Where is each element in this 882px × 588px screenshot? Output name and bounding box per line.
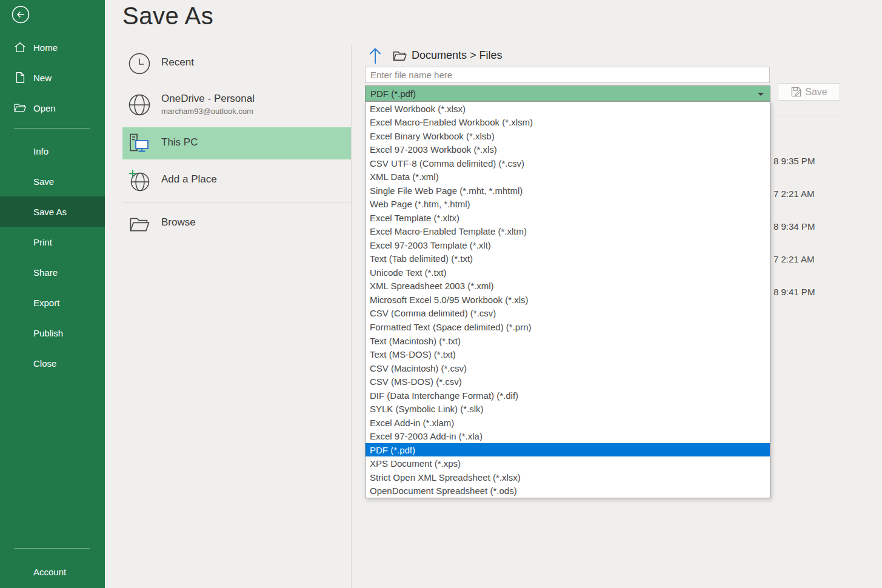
filename-input[interactable]	[365, 67, 770, 83]
location-label: Add a Place	[161, 173, 217, 185]
sidebar-item-save[interactable]: Save	[0, 166, 105, 196]
sidebar-item-close[interactable]: Close	[0, 348, 105, 378]
file-modified-time: 8 9:41 PM	[773, 287, 840, 297]
sidebar-item-new[interactable]: New	[0, 65, 105, 90]
chevron-down-icon	[758, 93, 764, 96]
filetype-option[interactable]: Text (Macintosh) (*.txt)	[366, 334, 770, 348]
filetype-dropdown-toggle[interactable]: PDF (*.pdf)	[365, 85, 770, 101]
filetype-option[interactable]: CSV (Comma delimited) (*.csv)	[366, 307, 770, 321]
filetype-option[interactable]: CSV (Macintosh) (*.csv)	[366, 361, 770, 375]
locations-divider	[122, 202, 351, 202]
filetype-option[interactable]: Web Page (*.htm, *.html)	[366, 198, 770, 212]
location-label: Recent	[161, 56, 194, 68]
sidebar-item-publish[interactable]: Publish	[0, 318, 105, 348]
sidebar-item-label: Open	[33, 103, 56, 113]
filetype-option[interactable]: CSV UTF-8 (Comma delimited) (*.csv)	[366, 156, 770, 170]
file-modified-time: 8 9:34 PM	[773, 221, 840, 232]
page-title: Save As	[122, 2, 213, 30]
globe-icon	[128, 93, 151, 116]
filetype-option[interactable]: XML Data (*.xml)	[366, 170, 770, 184]
file-modified-time: 7 2:21 AM	[773, 254, 840, 264]
filetype-option[interactable]: Excel Binary Workbook (*.xlsb)	[366, 129, 770, 143]
filetype-option[interactable]: XPS Document (*.xps)	[366, 456, 770, 470]
location-browse[interactable]: Browse	[122, 207, 351, 241]
file-modified-time: 7 2:21 AM	[773, 189, 840, 199]
filetype-dropdown-list: Excel Workbook (*.xlsx) Excel Macro-Enab…	[365, 101, 770, 498]
sidebar-divider	[14, 128, 90, 129]
navigate-up-button[interactable]	[367, 47, 383, 65]
filetype-option[interactable]: Strict Open XML Spreadsheet (*.xlsx)	[366, 470, 770, 484]
save-button-label: Save	[805, 87, 827, 98]
filetype-option[interactable]: Text (Tab delimited) (*.txt)	[366, 252, 770, 266]
sidebar-item-label: New	[33, 73, 52, 83]
home-icon	[13, 41, 27, 54]
globe-plus-icon	[128, 169, 151, 192]
location-onedrive[interactable]: OneDrive - Personal marcham93@outlook.co…	[122, 87, 351, 123]
sidebar-item-info[interactable]: Info	[0, 136, 105, 166]
location-label: This PC	[161, 136, 198, 149]
new-document-icon	[13, 71, 27, 84]
save-button[interactable]: Save	[778, 83, 840, 101]
filetype-option[interactable]: Excel 97-2003 Template (*.xlt)	[366, 238, 770, 252]
location-label: Browse	[161, 216, 196, 229]
save-disk-icon	[790, 86, 802, 98]
sidebar-item-home[interactable]: Home	[0, 35, 105, 59]
open-folder-icon	[13, 101, 27, 115]
back-button[interactable]	[11, 5, 30, 24]
panel-divider	[351, 45, 352, 588]
filetype-option[interactable]: SYLK (Symbolic Link) (*.slk)	[366, 402, 770, 416]
filetype-option[interactable]: Formatted Text (Space delimited) (*.prn)	[366, 320, 770, 334]
sidebar-item-account[interactable]: Account	[0, 556, 105, 587]
filetype-selected-value: PDF (*.pdf)	[366, 89, 416, 99]
location-label: OneDrive - Personal	[161, 93, 255, 105]
backstage-sidebar: Home New Open Info Save Save As Print S	[0, 0, 105, 588]
breadcrumb[interactable]: Documents > Files	[412, 49, 503, 62]
sidebar-item-share[interactable]: Share	[0, 257, 105, 287]
sidebar-item-save-as[interactable]: Save As	[0, 196, 105, 227]
filetype-option[interactable]: Excel 97-2003 Workbook (*.xls)	[366, 143, 770, 157]
up-arrow-icon	[367, 47, 383, 65]
filetype-option[interactable]: Excel Macro-Enabled Template (*.xltm)	[366, 225, 770, 239]
filetype-option[interactable]: Excel Template (*.xltx)	[366, 211, 770, 225]
filetype-option-selected[interactable]: PDF (*.pdf)	[366, 443, 770, 457]
sidebar-item-export[interactable]: Export	[0, 287, 105, 318]
filetype-option[interactable]: Excel 97-2003 Add-in (*.xla)	[366, 429, 770, 443]
filetype-option[interactable]: DIF (Data Interchange Format) (*.dif)	[366, 389, 770, 403]
filetype-option[interactable]: Excel Macro-Enabled Workbook (*.xlsm)	[366, 116, 770, 130]
filetype-option[interactable]: Microsoft Excel 5.0/95 Workbook (*.xls)	[366, 293, 770, 307]
sidebar-item-open[interactable]: Open	[0, 96, 105, 120]
clock-icon	[128, 52, 151, 75]
filetype-option[interactable]: Single File Web Page (*.mht, *.mhtml)	[366, 184, 770, 198]
filetype-option[interactable]: CSV (MS-DOS) (*.csv)	[366, 375, 770, 389]
filetype-option[interactable]: OpenDocument Spreadsheet (*.ods)	[366, 484, 770, 498]
breadcrumb-folder-icon	[392, 49, 407, 62]
filetype-option[interactable]: Unicode Text (*.txt)	[366, 266, 770, 279]
sidebar-item-print[interactable]: Print	[0, 227, 105, 257]
location-recent[interactable]: Recent	[122, 48, 351, 79]
filetype-option[interactable]: Excel Add-in (*.xlam)	[366, 416, 770, 430]
location-sublabel: marcham93@outlook.com	[161, 107, 253, 116]
location-add-a-place[interactable]: Add a Place	[122, 164, 351, 197]
back-arrow-icon	[11, 5, 30, 24]
filetype-option[interactable]: XML Spreadsheet 2003 (*.xml)	[366, 279, 770, 293]
filetype-option[interactable]: Text (MS-DOS) (*.txt)	[366, 347, 770, 361]
file-modified-time: 8 9:35 PM	[773, 156, 840, 166]
sidebar-item-label: Home	[33, 42, 58, 53]
pc-icon	[128, 133, 151, 155]
folder-icon	[128, 213, 151, 234]
location-this-pc[interactable]: This PC	[122, 127, 351, 159]
sidebar-divider	[14, 548, 90, 549]
filetype-option[interactable]: Excel Workbook (*.xlsx)	[366, 102, 770, 116]
